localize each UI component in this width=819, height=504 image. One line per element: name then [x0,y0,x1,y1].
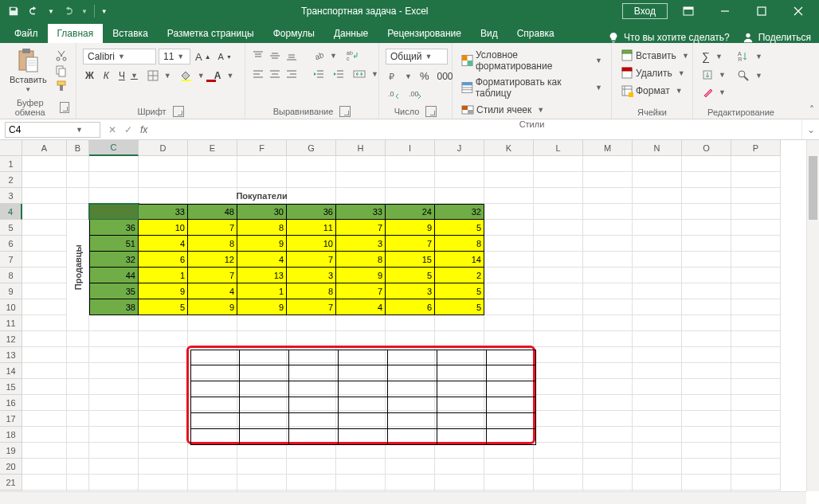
cell[interactable] [534,283,583,299]
row-header[interactable]: 19 [0,443,22,459]
cell[interactable] [534,379,583,395]
cell[interactable] [731,172,781,188]
cell[interactable] [534,347,583,363]
cell[interactable] [139,443,188,459]
cell[interactable] [237,411,287,427]
cell[interactable] [484,395,534,411]
italic-button[interactable]: К [101,68,112,83]
row-header[interactable]: 8 [0,268,22,283]
cell[interactable] [139,379,188,395]
format-as-table-button[interactable]: Форматировать как таблицу▼ [459,75,605,100]
cell[interactable] [188,427,237,443]
cell[interactable] [188,395,237,411]
autosum-button[interactable]: ∑▼ [699,49,728,64]
cell[interactable] [336,395,386,411]
column-header[interactable]: B [67,140,89,156]
cell[interactable] [682,395,731,411]
name-box[interactable]: ▼ [5,122,100,138]
cell[interactable]: 2 [435,268,484,283]
align-left-icon[interactable] [252,68,265,80]
cell[interactable] [67,475,89,490]
cell[interactable] [484,411,534,427]
column-header[interactable]: N [633,140,682,156]
font-size-combo[interactable]: 11▼ [159,49,190,64]
cell[interactable]: 4 [139,236,188,252]
cell[interactable] [682,172,731,188]
cell[interactable] [89,443,139,459]
row-header[interactable]: 21 [0,475,22,490]
cell[interactable] [336,172,386,188]
row-header[interactable]: 14 [0,363,22,379]
cell[interactable] [336,331,386,347]
cell[interactable] [287,411,336,427]
row-header[interactable]: 17 [0,411,22,427]
sort-filter-button[interactable]: AЯ▼ [735,49,765,64]
cell[interactable] [583,156,633,172]
cell[interactable]: 7 [287,299,336,315]
cell[interactable] [731,363,781,379]
cell[interactable] [287,156,336,172]
cell[interactable] [633,411,682,427]
cell[interactable] [633,268,682,283]
cell[interactable] [583,475,633,490]
cell[interactable] [583,427,633,443]
cell[interactable] [435,156,484,172]
cell[interactable] [633,252,682,268]
cell[interactable] [386,379,435,395]
cell[interactable] [484,268,534,283]
cell[interactable]: 8 [237,220,287,236]
column-header[interactable]: C [89,140,139,156]
cell[interactable] [237,315,287,331]
cell[interactable] [484,331,534,347]
row-header[interactable]: 12 [0,331,22,347]
cell[interactable] [633,315,682,331]
decrease-decimal-icon[interactable]: .00 [406,88,424,100]
cell[interactable] [139,475,188,490]
cell[interactable] [139,411,188,427]
row-header[interactable]: 11 [0,315,22,331]
cell[interactable] [237,156,287,172]
cell-styles-button[interactable]: Стили ячеек▼ [459,102,547,118]
cell[interactable] [22,459,67,475]
cell[interactable] [534,411,583,427]
active-cell[interactable] [89,204,139,220]
cell[interactable] [336,411,386,427]
undo-icon[interactable] [27,4,41,18]
cell[interactable] [237,363,287,379]
cell[interactable] [386,459,435,475]
cell[interactable] [386,315,435,331]
cell[interactable] [731,411,781,427]
insert-cells-button[interactable]: Вставить▼ [618,48,692,64]
cell[interactable] [336,379,386,395]
minimize-button[interactable] [709,0,741,22]
cell[interactable] [731,395,781,411]
cell[interactable]: 32 [89,252,139,268]
cell[interactable]: 7 [188,268,237,283]
row-header[interactable]: 13 [0,347,22,363]
cell[interactable] [188,411,237,427]
cell[interactable]: 8 [287,283,336,299]
cell[interactable] [731,188,781,204]
cell[interactable] [583,252,633,268]
undo-dropdown[interactable]: ▼ [48,8,54,15]
cell[interactable] [484,283,534,299]
cell[interactable]: 7 [386,236,435,252]
cell[interactable] [287,315,336,331]
format-painter-icon[interactable] [55,80,68,92]
cell[interactable] [287,347,336,363]
cell[interactable] [386,443,435,459]
cell[interactable] [633,475,682,490]
collapse-ribbon-icon[interactable]: ˄ [809,104,814,115]
cell[interactable] [336,156,386,172]
cell[interactable] [22,315,67,331]
cell[interactable]: 36 [89,220,139,236]
cell[interactable]: 15 [386,252,435,268]
cell[interactable] [484,443,534,459]
cell[interactable] [484,188,534,204]
cell[interactable] [435,475,484,490]
cell[interactable] [633,204,682,220]
buyers-label[interactable]: Покупатели [237,188,287,204]
cell[interactable]: 11 [287,220,336,236]
cell[interactable] [435,363,484,379]
cell[interactable] [534,156,583,172]
